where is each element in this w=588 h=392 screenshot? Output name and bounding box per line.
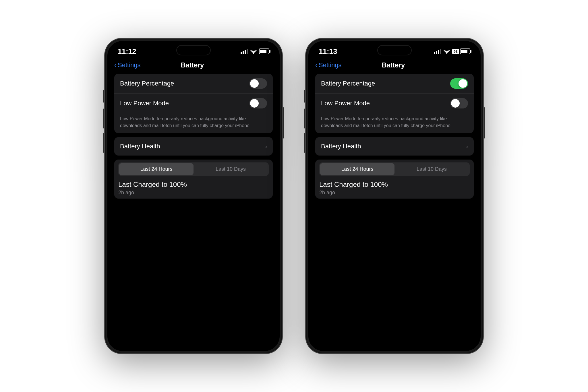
low-power-label-left: Low Power Mode xyxy=(120,100,169,107)
content-right: Battery Percentage Low Power Mode Low Po… xyxy=(308,74,481,351)
signal-icon-left xyxy=(241,49,248,54)
battery-icon-left xyxy=(259,48,269,54)
usage-group-left: Last 24 Hours Last 10 Days Last Charged … xyxy=(114,160,273,199)
back-chevron-left: ‹ xyxy=(114,62,117,69)
segment-10d-right[interactable]: Last 10 Days xyxy=(394,163,469,175)
toggle-knob-right xyxy=(459,79,467,88)
nav-bar-left: ‹ Settings Battery xyxy=(107,59,280,74)
battery-percentage-toggle-left[interactable] xyxy=(249,78,267,89)
svg-point-0 xyxy=(253,53,254,54)
low-power-description-left: Low Power Mode temporarily reduces backg… xyxy=(114,113,273,133)
segment-control-right: Last 24 Hours Last 10 Days xyxy=(319,162,470,176)
usage-group-right: Last 24 Hours Last 10 Days Last Charged … xyxy=(315,160,474,199)
svg-point-1 xyxy=(446,53,447,54)
dynamic-island-right xyxy=(377,45,412,55)
segment-10d-left[interactable]: Last 10 Days xyxy=(194,163,268,175)
battery-percentage-label-left: Battery Percentage xyxy=(120,80,174,87)
last-charged-sub-left: 2h ago xyxy=(118,190,269,196)
phone-frame-left: 11:12 xyxy=(105,38,283,354)
battery-health-group-left: Battery Health › xyxy=(114,137,273,156)
last-charged-title-left: Last Charged to 100% xyxy=(118,181,269,189)
main-settings-group-left: Battery Percentage Low Power Mode Low Po… xyxy=(114,74,273,133)
page-title-left: Battery xyxy=(141,61,244,69)
phone-frame-right: 11:13 93 xyxy=(305,38,483,354)
low-power-mode-row-left[interactable]: Low Power Mode xyxy=(114,93,273,113)
back-label-right: Settings xyxy=(319,61,342,69)
back-button-left[interactable]: ‹ Settings xyxy=(114,61,141,69)
low-power-toggle-left[interactable] xyxy=(249,98,267,108)
status-icons-left xyxy=(241,48,269,54)
segment-24h-right[interactable]: Last 24 Hours xyxy=(320,163,394,175)
low-power-toggle-right[interactable] xyxy=(450,98,468,108)
battery-health-label-right: Battery Health xyxy=(321,143,361,150)
status-time-left: 11:12 xyxy=(118,47,136,56)
phone-left: 11:12 xyxy=(105,38,283,354)
main-settings-group-right: Battery Percentage Low Power Mode Low Po… xyxy=(315,74,474,133)
power-button-right[interactable] xyxy=(483,107,485,139)
battery-health-chevron-left: › xyxy=(265,143,267,150)
phone-right: 11:13 93 xyxy=(305,38,483,354)
status-icons-right: 93 xyxy=(434,48,470,54)
power-button[interactable] xyxy=(283,107,284,139)
battery-health-row-right[interactable]: Battery Health › xyxy=(315,137,474,156)
low-power-label-right: Low Power Mode xyxy=(321,100,370,107)
dynamic-island-left xyxy=(176,45,211,55)
battery-icon-right: 93 xyxy=(452,48,470,54)
status-time-right: 11:13 xyxy=(319,47,337,56)
low-power-description-right: Low Power Mode temporarily reduces backg… xyxy=(315,113,474,133)
toggle-knob-left xyxy=(250,79,259,88)
battery-percentage-row-right[interactable]: Battery Percentage xyxy=(315,74,474,93)
segment-24h-left[interactable]: Last 24 Hours xyxy=(119,163,194,175)
wifi-icon-right xyxy=(444,49,450,54)
last-charged-title-right: Last Charged to 100% xyxy=(319,181,470,189)
battery-percentage-label-right: Battery Percentage xyxy=(321,80,375,87)
battery-health-row-left[interactable]: Battery Health › xyxy=(114,137,273,156)
last-charged-sub-right: 2h ago xyxy=(319,190,470,196)
battery-health-label-left: Battery Health xyxy=(120,143,160,150)
back-chevron-right: ‹ xyxy=(315,62,318,69)
signal-icon-right xyxy=(434,49,441,54)
back-button-right[interactable]: ‹ Settings xyxy=(315,61,342,69)
back-label-left: Settings xyxy=(118,61,141,69)
battery-health-group-right: Battery Health › xyxy=(315,137,474,156)
wifi-icon-left xyxy=(250,49,257,54)
page-title-right: Battery xyxy=(342,61,445,69)
content-left: Battery Percentage Low Power Mode Low Po… xyxy=(107,74,280,351)
phone-screen-right: 11:13 93 xyxy=(308,41,481,351)
segment-control-left: Last 24 Hours Last 10 Days xyxy=(118,162,269,176)
battery-percentage-row-left[interactable]: Battery Percentage xyxy=(114,74,273,93)
low-power-mode-row-right[interactable]: Low Power Mode xyxy=(315,93,474,113)
nav-bar-right: ‹ Settings Battery xyxy=(308,59,481,74)
phone-screen-left: 11:12 xyxy=(107,41,280,351)
battery-health-chevron-right: › xyxy=(466,143,468,150)
battery-percentage-toggle-right[interactable] xyxy=(450,78,468,89)
battery-percent-badge-right: 93 xyxy=(452,49,459,54)
